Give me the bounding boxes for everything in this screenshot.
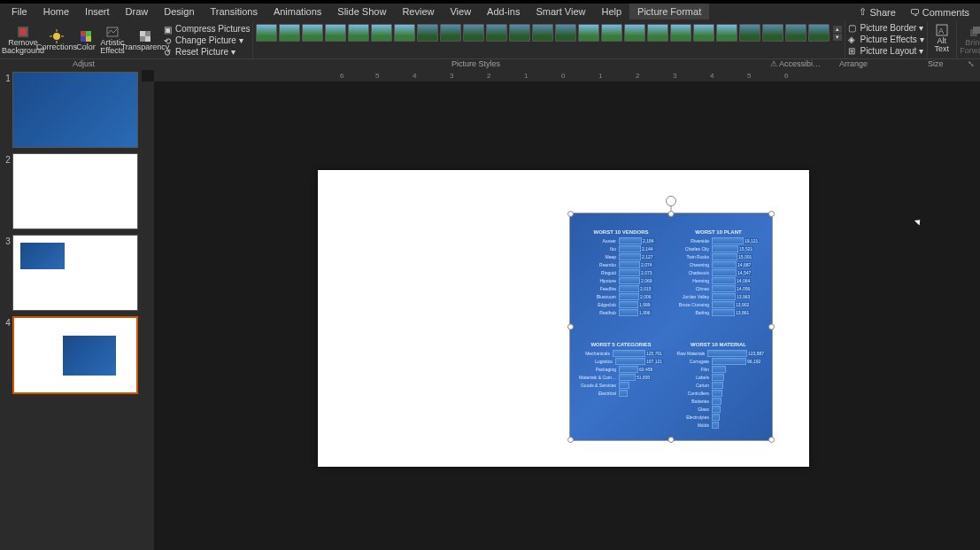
style-thumb[interactable]: [555, 24, 576, 42]
border-icon: ▢: [848, 23, 857, 32]
artistic-effects-button[interactable]: Artistic Effects: [98, 23, 127, 57]
tab-addins[interactable]: Add-ins: [479, 4, 528, 19]
remove-bg-icon: [16, 25, 30, 39]
tab-animations[interactable]: Animations: [266, 4, 329, 19]
share-icon: ⇧: [859, 6, 867, 18]
style-thumb[interactable]: [670, 24, 691, 42]
tab-slideshow[interactable]: Slide Show: [329, 4, 394, 19]
group-label-styles: Picture Styles: [451, 59, 500, 68]
change-icon: ⟲: [164, 36, 173, 45]
svg-rect-14: [145, 36, 150, 42]
style-thumb[interactable]: [624, 24, 645, 42]
slide-canvas[interactable]: WORST 10 VENDORSAusser2,184Ibo2,144Meep2…: [318, 170, 809, 467]
horizontal-ruler: 6543210123456: [154, 70, 980, 81]
svg-rect-9: [81, 36, 86, 42]
gallery-up[interactable]: ▴: [833, 26, 842, 33]
slide-edit-area[interactable]: 6543210123456 WORST 10 VENDORSAusser2,18…: [142, 70, 980, 550]
tab-review[interactable]: Review: [394, 4, 442, 19]
style-thumb[interactable]: [532, 24, 553, 42]
style-thumb[interactable]: [486, 24, 507, 42]
color-button[interactable]: Color: [73, 23, 98, 57]
tab-draw[interactable]: Draw: [118, 4, 157, 19]
tab-insert[interactable]: Insert: [77, 4, 118, 19]
bring-forward-button: Bring Forward: [960, 23, 980, 57]
style-thumb[interactable]: [348, 24, 369, 42]
resize-handle-s[interactable]: [668, 437, 675, 443]
transparency-icon: [138, 29, 152, 43]
style-thumb[interactable]: [509, 24, 530, 42]
mouse-cursor: [914, 217, 922, 225]
tab-help[interactable]: Help: [593, 4, 629, 19]
style-thumb[interactable]: [302, 24, 323, 42]
reset-icon: ↺: [164, 48, 173, 57]
chart-vendors: WORST 10 VENDORSAusser2,184Ibo2,144Meep2…: [579, 229, 663, 317]
reset-picture-button[interactable]: ↺Reset Picture▾: [164, 47, 250, 58]
style-thumb[interactable]: [739, 24, 760, 42]
picture-border-button[interactable]: ▢Picture Border▾: [848, 22, 923, 33]
style-thumb[interactable]: [440, 24, 461, 42]
style-thumb[interactable]: [762, 24, 783, 42]
style-thumb[interactable]: [417, 24, 438, 42]
tab-smartview[interactable]: Smart View: [528, 4, 593, 19]
style-thumb[interactable]: [785, 24, 806, 42]
svg-rect-18: [973, 27, 980, 34]
remove-background-button[interactable]: Remove Background: [6, 23, 40, 57]
slide-thumb-1[interactable]: [12, 72, 138, 148]
ribbon: Remove Background Corrections Color Arti…: [0, 19, 980, 59]
group-label-arrange: Arrange: [839, 59, 868, 68]
picture-styles-gallery[interactable]: ▴▾: [256, 21, 842, 42]
style-thumb[interactable]: [693, 24, 714, 42]
svg-point-2: [53, 33, 60, 40]
slide-thumb-4[interactable]: [12, 316, 138, 394]
style-thumb[interactable]: [808, 24, 830, 42]
picture-layout-button[interactable]: ⊞Picture Layout▾: [848, 45, 923, 56]
resize-handle-w[interactable]: [567, 324, 574, 330]
tab-view[interactable]: View: [442, 4, 479, 19]
corrections-button[interactable]: Corrections: [40, 23, 73, 57]
alt-text-button[interactable]: AAlt Text: [930, 21, 953, 55]
tab-picture-format[interactable]: Picture Format: [629, 4, 709, 19]
tab-design[interactable]: Design: [156, 4, 202, 19]
svg-rect-7: [81, 31, 86, 36]
slide-thumb-3[interactable]: [12, 235, 138, 311]
svg-rect-13: [140, 31, 145, 36]
style-thumb[interactable]: [578, 24, 599, 42]
style-thumb[interactable]: [394, 24, 415, 42]
share-button[interactable]: ⇧Share: [852, 4, 902, 20]
vertical-ruler: [142, 81, 154, 550]
rotate-handle[interactable]: [666, 196, 676, 206]
group-label-adjust: Adjust: [73, 59, 95, 68]
menubar: File Home Insert Draw Design Transitions…: [0, 4, 980, 19]
style-thumb[interactable]: [256, 24, 277, 42]
resize-handle-ne[interactable]: [768, 211, 775, 217]
tab-transitions[interactable]: Transitions: [203, 4, 266, 19]
style-thumb[interactable]: [463, 24, 484, 42]
tab-home[interactable]: Home: [35, 4, 77, 19]
picture-effects-button[interactable]: ◈Picture Effects▾: [848, 34, 923, 44]
style-thumb[interactable]: [325, 24, 346, 42]
style-thumb[interactable]: [647, 24, 668, 42]
inserted-picture[interactable]: WORST 10 VENDORSAusser2,184Ibo2,144Meep2…: [569, 213, 773, 441]
tab-file[interactable]: File: [4, 4, 35, 19]
resize-handle-e[interactable]: [768, 324, 775, 330]
chart-material: WORST 10 MATERIALRaw Materials123,887Cor…: [672, 342, 765, 430]
style-thumb[interactable]: [279, 24, 300, 42]
slide-thumb-2[interactable]: [12, 153, 138, 229]
resize-handle-sw[interactable]: [567, 437, 574, 443]
resize-handle-nw[interactable]: [567, 211, 574, 217]
brightness-icon: [50, 29, 64, 43]
style-thumb[interactable]: [601, 24, 622, 42]
style-thumb[interactable]: [716, 24, 737, 42]
effects-icon: ◈: [848, 35, 857, 43]
compress-pictures-button[interactable]: ▣Compress Pictures: [164, 24, 250, 35]
chart-categories: WORST 5 CATEGORIESMechanicals125,701Logi…: [579, 342, 663, 398]
svg-rect-10: [86, 36, 91, 42]
style-thumb[interactable]: [371, 24, 392, 42]
size-launcher[interactable]: ⤡: [968, 59, 975, 68]
change-picture-button[interactable]: ⟲Change Picture▾: [164, 35, 250, 46]
transparency-button[interactable]: Transparency: [127, 23, 164, 57]
resize-handle-se[interactable]: [768, 437, 775, 443]
comments-button[interactable]: 🗨Comments: [903, 4, 976, 20]
resize-handle-n[interactable]: [668, 211, 675, 217]
gallery-more[interactable]: ▾: [833, 34, 842, 41]
